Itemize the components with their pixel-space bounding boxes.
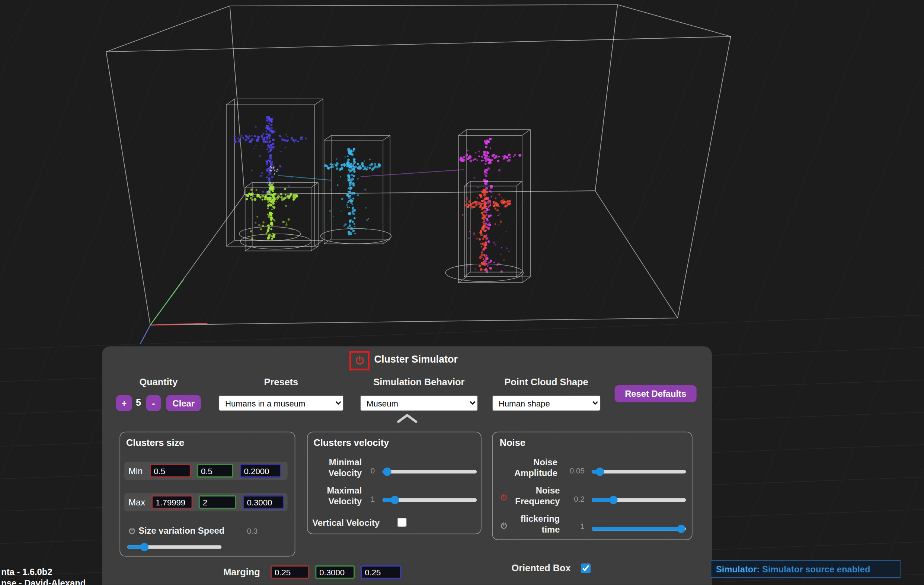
quantity-minus-button[interactable]: -: [146, 395, 161, 411]
vertical-velocity-checkbox[interactable]: [397, 518, 406, 527]
minimal-velocity-slider[interactable]: [383, 468, 477, 476]
flickering-time-value: 1: [562, 522, 585, 531]
oriented-box-label: Oriented Box: [512, 563, 571, 574]
presets-select[interactable]: Humans in a museum: [218, 395, 343, 411]
noise-frequency-value: 0.2: [562, 494, 585, 504]
minimal-velocity-label: Minimal Velocity: [312, 457, 362, 478]
marging-y-input[interactable]: [315, 565, 355, 579]
behavior-select[interactable]: Museum: [360, 395, 478, 411]
noise-frequency-label: Noise Frequency: [509, 485, 560, 506]
max-label: Max: [129, 497, 145, 507]
max-y-input[interactable]: [199, 495, 236, 509]
noise-amplitude-label: Noise Amplitude: [501, 457, 558, 478]
quantity-label: Quantity: [116, 377, 201, 387]
size-variation-label: Size variation Speed: [139, 526, 224, 536]
noise-frequency-slider[interactable]: [592, 496, 686, 504]
minimal-velocity-value: 0: [365, 466, 375, 475]
app-version-text: nta - 1.6.0b2: [1, 567, 52, 577]
reset-defaults-button[interactable]: Reset Defaults: [615, 385, 696, 402]
license-owner-text: nse - David-Alexand: [1, 578, 86, 585]
flickering-time-label: flickering time: [509, 514, 560, 535]
clusters-velocity-group: Clusters velocity Minimal Velocity 0 Max…: [307, 432, 482, 534]
marging-label: Marging: [223, 567, 260, 578]
size-variation-slider[interactable]: [127, 543, 221, 551]
flickering-time-power-icon[interactable]: [500, 522, 508, 530]
click-highlight-box: [350, 351, 370, 371]
shape-select[interactable]: Human shape: [492, 395, 600, 411]
shape-label: Point Cloud Shape: [492, 377, 600, 387]
marging-x-input[interactable]: [271, 565, 310, 579]
marging-z-input[interactable]: [361, 565, 401, 579]
noise-amplitude-value: 0.05: [562, 466, 585, 475]
status-message: : Simulator source enabled: [757, 564, 870, 574]
clear-button[interactable]: Clear: [166, 395, 201, 411]
status-source: Simulator: [716, 564, 757, 574]
flickering-time-slider[interactable]: [592, 525, 686, 533]
max-x-input[interactable]: [152, 495, 193, 509]
quantity-plus-button[interactable]: +: [116, 395, 132, 411]
status-toast: Simulator: Simulator source enabled: [711, 560, 901, 578]
noise-title: Noise: [500, 438, 525, 448]
maximal-velocity-slider[interactable]: [383, 496, 477, 504]
clusters-size-group: Clusters size Min Max Size variation Spe…: [119, 432, 295, 557]
maximal-velocity-value: 1: [365, 494, 375, 504]
min-y-input[interactable]: [197, 464, 233, 478]
quantity-value: 5: [133, 397, 144, 408]
min-label: Min: [129, 466, 142, 476]
vertical-velocity-label: Vertical Velocity: [312, 518, 380, 528]
min-x-input[interactable]: [150, 464, 191, 478]
cluster-simulator-panel: Cluster Simulator Quantity Presets Simul…: [102, 346, 712, 585]
simulator-power-icon[interactable]: [354, 355, 365, 366]
max-z-input[interactable]: [243, 495, 284, 509]
min-z-input[interactable]: [240, 464, 281, 478]
maximal-velocity-label: Maximal Velocity: [312, 485, 362, 506]
oriented-box-checkbox[interactable]: [581, 564, 590, 573]
noise-frequency-power-icon[interactable]: [500, 494, 508, 502]
panel-title: Cluster Simulator: [375, 354, 458, 366]
clusters-velocity-title: Clusters velocity: [314, 438, 389, 448]
size-variation-power-icon[interactable]: [128, 527, 136, 535]
noise-amplitude-slider[interactable]: [592, 468, 686, 476]
behavior-label: Simulation Behavior: [360, 377, 478, 387]
presets-label: Presets: [218, 377, 343, 387]
collapse-chevron-icon[interactable]: [396, 414, 418, 424]
app-window: Cluster Simulator Quantity Presets Simul…: [0, 0, 924, 585]
clusters-size-title: Clusters size: [126, 438, 184, 448]
noise-group: Noise Noise Amplitude 0.05 Noise Frequen…: [492, 432, 692, 540]
size-variation-value: 0.3: [247, 527, 258, 536]
